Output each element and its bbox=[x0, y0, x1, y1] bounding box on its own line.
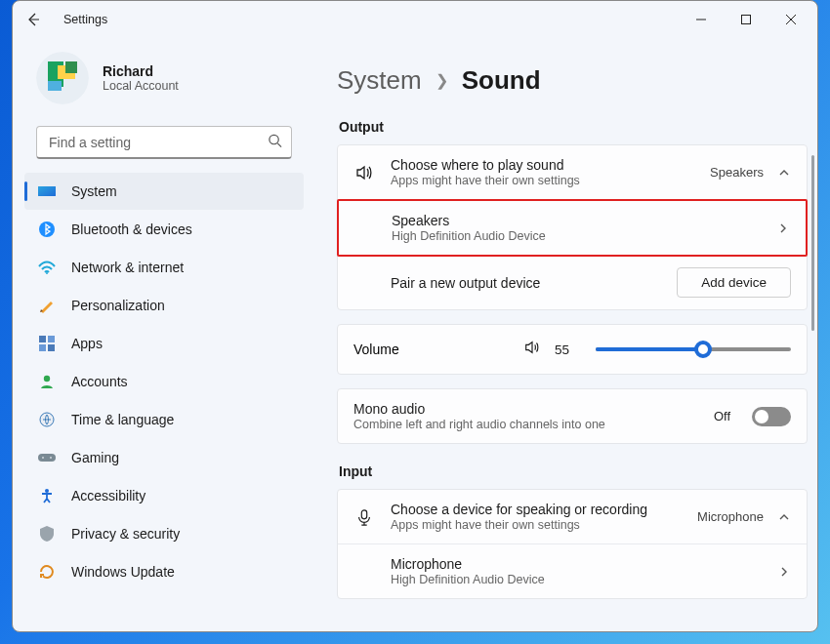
back-button[interactable] bbox=[24, 11, 42, 28]
nav-item-label: Gaming bbox=[71, 450, 119, 465]
sidebar-item-bluetooth[interactable]: Bluetooth & devices bbox=[24, 211, 304, 248]
choose-output-row[interactable]: Choose where to play sound Apps might ha… bbox=[338, 145, 807, 200]
maximize-button[interactable] bbox=[724, 4, 768, 35]
row-sub: High Definition Audio Device bbox=[392, 229, 761, 243]
sidebar-item-accessibility[interactable]: Accessibility bbox=[24, 477, 304, 514]
sidebar-item-network[interactable]: Network & internet bbox=[24, 249, 304, 286]
svg-rect-15 bbox=[39, 336, 46, 342]
svg-point-22 bbox=[42, 457, 44, 459]
scrollbar-thumb[interactable] bbox=[811, 155, 814, 331]
volume-slider[interactable] bbox=[596, 340, 791, 359]
privacy-icon bbox=[38, 525, 56, 543]
microphone-row[interactable]: Microphone High Definition Audio Device bbox=[338, 544, 807, 598]
personalization-icon bbox=[38, 297, 56, 314]
row-title: Speakers bbox=[392, 213, 761, 228]
profile-block[interactable]: Richard Local Account bbox=[22, 42, 306, 120]
main-content: System ❯ Sound Output Choose where to pl… bbox=[315, 38, 817, 631]
selected-input: Microphone bbox=[697, 509, 764, 524]
chevron-right-icon bbox=[777, 566, 791, 578]
pair-output-row: Pair a new output device Add device bbox=[338, 256, 807, 309]
svg-rect-8 bbox=[48, 81, 62, 91]
sidebar-item-apps[interactable]: Apps bbox=[24, 325, 304, 362]
nav-item-label: Apps bbox=[71, 336, 103, 351]
mono-audio-toggle[interactable] bbox=[752, 407, 791, 426]
breadcrumb: System ❯ Sound bbox=[337, 65, 808, 96]
row-sub: Apps might have their own settings bbox=[391, 518, 682, 532]
nav-item-label: Accessibility bbox=[71, 488, 145, 503]
svg-point-19 bbox=[44, 376, 50, 382]
svg-point-23 bbox=[50, 457, 52, 459]
row-sub: Combine left and right audio channels in… bbox=[353, 418, 698, 431]
output-device-group: Choose where to play sound Apps might ha… bbox=[337, 144, 808, 310]
search-icon bbox=[268, 134, 282, 152]
svg-point-24 bbox=[45, 489, 49, 493]
nav-item-label: Accounts bbox=[71, 374, 128, 389]
sidebar-item-update[interactable]: Windows Update bbox=[24, 553, 304, 590]
svg-rect-25 bbox=[361, 509, 366, 518]
add-device-button[interactable]: Add device bbox=[677, 267, 791, 298]
svg-line-10 bbox=[277, 143, 281, 147]
speaker-icon[interactable] bbox=[523, 339, 541, 360]
nav-item-label: Network & internet bbox=[71, 260, 184, 275]
speakers-row[interactable]: Speakers High Definition Audio Device bbox=[337, 199, 808, 257]
search-box[interactable] bbox=[36, 126, 292, 159]
toggle-state: Off bbox=[714, 409, 730, 423]
row-title: Choose a device for speaking or recordin… bbox=[391, 502, 682, 517]
titlebar: Settings bbox=[13, 1, 817, 38]
nav-item-label: Personalization bbox=[71, 298, 165, 313]
svg-rect-21 bbox=[38, 454, 56, 462]
bluetooth-icon bbox=[38, 221, 56, 238]
row-title: Microphone bbox=[391, 556, 762, 572]
close-button[interactable] bbox=[768, 4, 813, 35]
nav-list: SystemBluetooth & devicesNetwork & inter… bbox=[22, 173, 306, 590]
network-icon bbox=[38, 259, 56, 276]
update-icon bbox=[38, 563, 56, 581]
search-input[interactable] bbox=[36, 126, 292, 159]
nav-item-label: Privacy & security bbox=[71, 526, 180, 542]
row-title: Pair a new output device bbox=[391, 275, 661, 291]
nav-item-label: Time & language bbox=[71, 412, 174, 427]
mono-audio-group: Mono audio Combine left and right audio … bbox=[337, 388, 808, 444]
row-sub: High Definition Audio Device bbox=[391, 573, 762, 586]
breadcrumb-parent[interactable]: System bbox=[337, 65, 422, 96]
svg-rect-16 bbox=[48, 336, 55, 342]
svg-rect-7 bbox=[65, 61, 77, 73]
input-device-group: Choose a device for speaking or recordin… bbox=[337, 489, 808, 599]
profile-sub: Local Account bbox=[103, 79, 179, 93]
minimize-button[interactable] bbox=[679, 4, 724, 35]
volume-row: Volume 55 bbox=[338, 325, 807, 374]
avatar bbox=[36, 52, 89, 104]
profile-name: Richard bbox=[103, 63, 179, 79]
gaming-icon bbox=[38, 449, 56, 466]
sidebar-item-time[interactable]: Time & language bbox=[24, 401, 304, 438]
time-icon bbox=[38, 411, 56, 428]
sidebar-item-system[interactable]: System bbox=[24, 173, 304, 210]
svg-rect-18 bbox=[48, 344, 55, 351]
sidebar-item-accounts[interactable]: Accounts bbox=[24, 363, 304, 400]
svg-rect-17 bbox=[39, 344, 46, 351]
chevron-right-icon bbox=[776, 222, 790, 234]
sidebar-item-personalization[interactable]: Personalization bbox=[24, 287, 304, 324]
selected-output: Speakers bbox=[710, 165, 764, 180]
apps-icon bbox=[38, 335, 56, 352]
nav-item-label: Windows Update bbox=[71, 564, 175, 580]
choose-input-row[interactable]: Choose a device for speaking or recordin… bbox=[338, 490, 807, 544]
mono-audio-row: Mono audio Combine left and right audio … bbox=[338, 389, 807, 443]
sidebar-item-privacy[interactable]: Privacy & security bbox=[24, 515, 304, 552]
row-title: Choose where to play sound bbox=[391, 157, 694, 173]
output-heading: Output bbox=[339, 119, 808, 135]
speaker-icon bbox=[353, 163, 375, 182]
volume-group: Volume 55 bbox=[337, 324, 808, 375]
chevron-right-icon: ❯ bbox=[436, 71, 448, 90]
svg-point-9 bbox=[270, 135, 278, 143]
settings-window: Settings Richard Local Account bbox=[12, 0, 818, 632]
arrow-left-icon bbox=[25, 12, 41, 27]
row-title: Mono audio bbox=[353, 401, 698, 417]
svg-point-14 bbox=[46, 272, 48, 274]
nav-item-label: Bluetooth & devices bbox=[71, 221, 192, 237]
window-controls bbox=[679, 4, 813, 35]
window-title: Settings bbox=[63, 13, 107, 26]
sidebar-item-gaming[interactable]: Gaming bbox=[24, 439, 304, 476]
microphone-icon bbox=[353, 508, 375, 526]
accessibility-icon bbox=[38, 487, 56, 504]
